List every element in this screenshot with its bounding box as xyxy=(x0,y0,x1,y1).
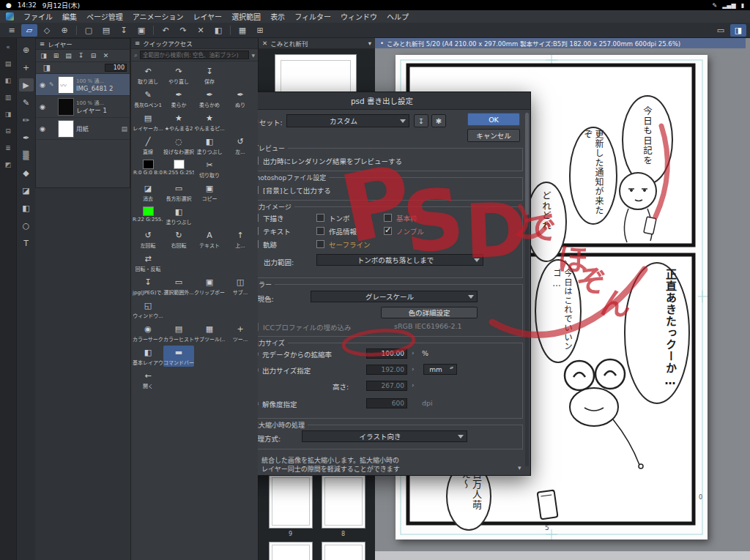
transfer-icon[interactable]: ↧ xyxy=(75,51,86,61)
width-value-field[interactable]: 192.00 xyxy=(366,365,407,375)
cancel-button[interactable]: キャンセル xyxy=(467,129,520,142)
layer-panel-icon[interactable]: ⊟ xyxy=(2,126,14,136)
merge-icon[interactable]: ⊟ xyxy=(88,51,99,61)
page-manager-tab[interactable]: ✕ こみとれ新刊 ▾ xyxy=(259,38,375,49)
qa-item-straight-line[interactable]: ╱直線 xyxy=(133,135,163,156)
qa-item-rotate-right[interactable]: ↻右回転 xyxy=(163,228,194,250)
color-depth-dropdown[interactable]: グレースケール xyxy=(311,291,478,302)
hamburger-menu-icon[interactable]: ≡ xyxy=(4,24,20,37)
method-dropdown[interactable]: イラスト向き xyxy=(302,430,467,442)
qa-item-text[interactable]: Aテキスト xyxy=(194,228,225,250)
qa-item-fill-2[interactable]: ◧塗りつぶし xyxy=(163,205,194,226)
qa-item-custom-brush-p[interactable]: ★やんまるピ... xyxy=(194,111,225,132)
output-range-dropdown[interactable]: トンボの裁ち落としまで xyxy=(316,254,483,266)
qa-item-rotate-left[interactable]: ↺左回転 xyxy=(133,228,163,250)
qa-item-subview[interactable]: ◫サブ... xyxy=(225,275,256,296)
stepper-icon[interactable]: › xyxy=(412,349,415,356)
layer-row[interactable]: ◉ 100 % 通... レイヤー 1 xyxy=(36,96,130,118)
qa-item-erase[interactable]: ◪消去 xyxy=(133,182,163,203)
grid-icon[interactable]: ▦ xyxy=(234,24,250,37)
eye-icon[interactable]: ◉ xyxy=(38,81,47,89)
workspace-icon[interactable]: ◨ xyxy=(730,24,746,37)
stepper-icon[interactable]: › xyxy=(412,381,415,389)
qa-item-soft-brush[interactable]: ✒柔らか xyxy=(163,88,194,109)
qa-item-copy[interactable]: ▣コピー xyxy=(194,182,225,203)
color-detail-button[interactable]: 色の詳細設定 xyxy=(381,307,478,318)
qa-item-gpen[interactable]: ✎長灰Gペン1 xyxy=(133,88,163,109)
scale-value-field[interactable]: 100.00 xyxy=(366,348,407,359)
height-value-field[interactable]: 267.00 xyxy=(366,381,407,391)
airbrush-tool-icon[interactable]: ▒ xyxy=(19,149,34,162)
qa-item-color-black[interactable]: R:0 G:0 B:0 xyxy=(133,158,163,179)
menu-animation[interactable]: アニメーション xyxy=(133,11,184,22)
menu-layer[interactable]: レイヤー xyxy=(193,11,222,22)
material-panel-icon[interactable]: ◩ xyxy=(2,160,14,170)
text-tool-icon[interactable]: T xyxy=(19,236,34,250)
trajectory-checkbox-label[interactable]: 軌跡 xyxy=(263,239,277,250)
window-layout-icon[interactable]: ▭ xyxy=(713,24,729,37)
clear-icon[interactable]: ✕ xyxy=(193,24,209,37)
dialog-scrollbar[interactable] xyxy=(525,113,529,466)
qa-item-subtool[interactable]: ▦サブツール(... xyxy=(194,322,225,343)
basic-frame-checkbox[interactable] xyxy=(384,214,392,222)
layer-opacity-field[interactable]: 100 xyxy=(105,64,127,72)
qa-item-color-white[interactable]: R:255 G:255... xyxy=(163,158,194,179)
tool-panel-icon[interactable]: ▤ xyxy=(2,59,14,69)
document-title-bar[interactable]: • こみとれ新刊 5/20 (A4 210.00 x 297.00mm 製本サイ… xyxy=(375,38,746,48)
horizontal-scrollbar[interactable] xyxy=(375,551,750,560)
decoration-tool-icon[interactable]: ◆ xyxy=(19,166,34,179)
preview-checkbox-label[interactable]: 出力時にレンダリング結果をプレビューする xyxy=(263,156,402,166)
fill-icon[interactable]: ◧ xyxy=(210,24,226,37)
dpi-radio-label[interactable]: 解像度指定 xyxy=(262,399,297,409)
qa-item-command-bar[interactable]: ▬コマンドバー xyxy=(163,346,194,367)
menu-view[interactable]: 表示 xyxy=(270,11,285,22)
text-checkbox-label[interactable]: テキスト xyxy=(263,226,291,236)
chevron-down-icon[interactable]: ▾ xyxy=(368,40,371,47)
scale-radio-label[interactable]: 元データからの拡縮率 xyxy=(262,349,332,359)
undo-icon[interactable]: ↶ xyxy=(157,24,174,37)
qa-item-cut[interactable]: ✂切り取り xyxy=(194,158,225,179)
qa-item-layer-color[interactable]: ▤レイヤーカ... xyxy=(133,111,163,132)
preset-dropdown[interactable]: カスタム xyxy=(286,114,409,127)
quick-access-tab[interactable]: ≡ クイックアクセス xyxy=(131,38,258,49)
size-unit-dropdown[interactable]: mm▴▾ xyxy=(423,364,457,375)
background-checkbox-label[interactable]: [背景]として出力する xyxy=(263,185,331,195)
figure-tool-icon[interactable]: ○ xyxy=(19,219,34,232)
menu-help[interactable]: ヘルプ xyxy=(387,11,409,22)
qa-item-flip[interactable]: ⇄回転・反転 xyxy=(133,252,163,273)
scrollbar-thumb[interactable] xyxy=(525,113,529,215)
ok-button[interactable]: OK xyxy=(467,113,520,126)
brush-size-panel-icon[interactable]: ▥ xyxy=(2,92,14,102)
dpi-value-field[interactable]: 600 xyxy=(366,398,407,408)
delete-layer-icon[interactable]: ✕ xyxy=(100,51,111,61)
export-icon[interactable]: ▣ xyxy=(133,24,149,37)
qa-item-up[interactable]: ↑上... xyxy=(225,228,256,250)
qa-item-window[interactable]: ◱ウィンドウ... xyxy=(133,299,163,320)
pencil-tool-icon[interactable]: ✏ xyxy=(19,113,34,127)
eye-icon[interactable]: ◉ xyxy=(38,125,47,132)
qa-item-undo[interactable]: ↶取り消し xyxy=(133,64,163,86)
qa-item-basic-layout[interactable]: ◧基本レイアウ... xyxy=(133,346,163,367)
spinner-icon[interactable]: ▴▾ xyxy=(450,365,455,370)
move-tool-icon[interactable]: + xyxy=(19,61,34,74)
qa-item-fill[interactable]: ◧塗りつぶし xyxy=(194,135,225,156)
material-icon[interactable]: ⊞ xyxy=(252,24,268,37)
page-thumbnail[interactable] xyxy=(322,542,365,560)
operation-icon[interactable]: ▱ xyxy=(21,24,37,37)
scroll-down-icon[interactable]: ▾ xyxy=(518,464,521,471)
qa-item-paint[interactable]: ✒ぬり xyxy=(225,88,256,109)
safe-line-checkbox[interactable] xyxy=(316,240,324,248)
layer-panel-tab[interactable]: ≡ レイヤー xyxy=(36,39,130,50)
qa-item-rect-select[interactable]: ▭長方形選択 xyxy=(163,182,194,203)
qa-item-custom-brush-2[interactable]: ★★やんまる2 xyxy=(163,111,194,132)
fill-tool-icon[interactable]: ◧ xyxy=(19,201,34,214)
qa-item-export-jpg[interactable]: ↧jpg(JPEG)で... xyxy=(133,275,163,296)
preset-save-icon[interactable]: ↧ xyxy=(414,114,428,127)
menu-selection[interactable]: 選択範囲 xyxy=(231,11,261,22)
navigator-panel-icon[interactable]: ≣ xyxy=(2,143,14,153)
size-radio-label[interactable]: 出力サイズ指定 xyxy=(262,365,311,376)
menu-window[interactable]: ウィンドウ xyxy=(341,11,377,22)
menu-page-manage[interactable]: ページ管理 xyxy=(86,11,123,22)
eraser-tool-icon[interactable]: ◪ xyxy=(19,184,34,197)
tombo-checkbox-label[interactable]: トンボ xyxy=(329,213,350,223)
